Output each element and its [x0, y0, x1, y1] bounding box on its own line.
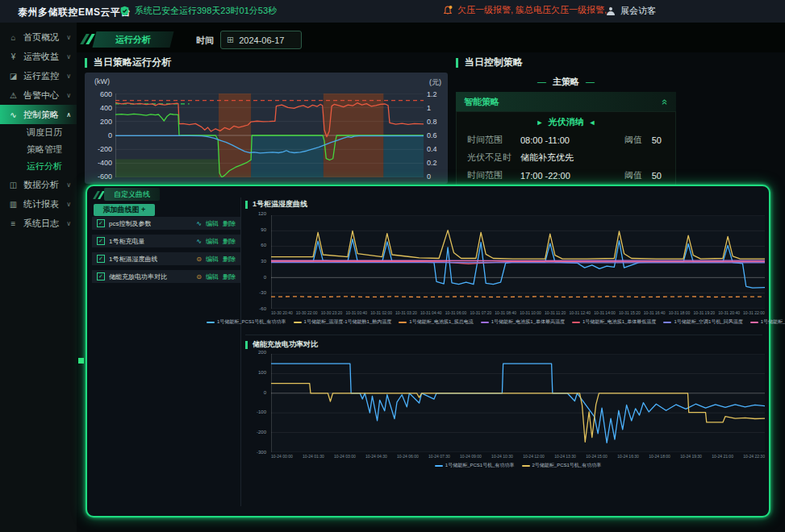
y-tick-label: 0.2: [427, 159, 437, 167]
legend-item[interactable]: 1号储能柜_电池簇1_簇总电流: [399, 318, 473, 326]
user-label: 展会访客: [620, 5, 656, 17]
x-tick-label: 10-31 02:00: [370, 310, 392, 315]
legend-item[interactable]: 2号储能柜_PCS1号机_有功功率: [522, 462, 602, 469]
sidebar-item-告警中心[interactable]: ⚠告警中心∨: [0, 85, 77, 105]
sidebar-item-统计报表[interactable]: ▥统计报表∨: [0, 194, 77, 214]
sidebar-subitem-运行分析[interactable]: 运行分析: [0, 158, 77, 175]
sidebar-item-label: 系统日志: [23, 218, 59, 230]
shield-icon: [119, 6, 130, 16]
y-tick-label: 120: [258, 211, 266, 216]
eye-icon[interactable]: ⊙: [196, 256, 202, 263]
tab-run-analysis[interactable]: 运行分析: [93, 31, 174, 48]
axis-label-kw: (kW): [94, 77, 110, 85]
x-tick-label: 10-30 23:20: [321, 310, 343, 315]
legend-item[interactable]: 1号储能柜_PCS1号机_有功功率: [435, 462, 515, 469]
home-icon: ⌂: [8, 33, 19, 42]
checkbox[interactable]: ✓: [97, 237, 105, 245]
legend-item[interactable]: 1号储能柜_PCS1号机_有功功率: [207, 318, 286, 326]
edit-button[interactable]: 编辑: [206, 255, 219, 264]
smart-strategy-header[interactable]: 智能策略 «: [456, 92, 676, 111]
y-axis-left: 6004002000-200-400-600: [88, 90, 112, 181]
green-dot-marker: [78, 358, 84, 364]
uptime-status: 系统已安全运行398天23时01分53秒: [119, 5, 277, 17]
chevron-down-icon: ∨: [66, 201, 71, 208]
curve-list-item[interactable]: ✓储能充放电功率对比⊙编辑删除: [92, 270, 240, 283]
y-tick-label: -400: [98, 159, 112, 167]
y-tick-label: 60: [261, 243, 266, 247]
title-accent-bar: [456, 58, 458, 68]
y-tick-label: -600: [98, 172, 112, 181]
sidebar-item-label: 运行监控: [23, 70, 59, 82]
legend-item[interactable]: 1号储能柜_电池簇1_单体最高温度: [481, 318, 565, 326]
alarm-ticker[interactable]: 欠压一级报警, 簇总电压欠压一级报警, 簇SO: [442, 4, 611, 16]
x-tick-label: 10-24 07:30: [428, 454, 450, 459]
curve-list-item[interactable]: ✓1号柜温湿度曲线⊙编辑删除: [92, 252, 240, 265]
delete-button[interactable]: 删除: [223, 219, 236, 228]
title-accent-bar: [85, 58, 87, 68]
curve-name: 储能充放电功率对比: [109, 272, 167, 281]
pv-shortage-row: 光伏不足时 储能补充优先: [467, 152, 665, 164]
sidebar-item-首页概况[interactable]: ⌂首页概况∨: [0, 27, 77, 47]
delete-button[interactable]: 删除: [223, 237, 236, 246]
x-tick-label: 10-31 18:00: [669, 310, 691, 315]
wave-icon[interactable]: ∿: [196, 220, 202, 227]
sidebar-item-运行监控[interactable]: ◪运行监控∨: [0, 66, 77, 85]
monitor-icon: ◪: [8, 72, 19, 81]
legend-item[interactable]: 1号储能柜_空调1号机_回风温度: [663, 318, 742, 326]
x-axis: 10-24 00:0010-24 01:3010-24 03:0010-24 0…: [271, 454, 765, 459]
collapse-chevrons-icon[interactable]: «: [659, 98, 671, 104]
user-menu[interactable]: 展会访客: [607, 5, 656, 17]
bell-icon: [442, 5, 453, 16]
eye-icon[interactable]: ⊙: [196, 273, 202, 281]
date-picker[interactable]: ⊞ 2024-06-17: [220, 31, 302, 49]
report-icon: ▥: [8, 200, 19, 209]
x-tick-label: 10-31 15:20: [619, 310, 641, 315]
x-tick-label: 10-30 20:40: [271, 310, 293, 315]
time-range-row: 时间范围 17:00 -22:00 阈值 50: [467, 169, 665, 181]
x-tick-label: 10-24 10:30: [491, 454, 513, 459]
x-tick-label: 10-24 15:00: [586, 454, 608, 459]
add-curve-button[interactable]: 添加曲线图 +: [94, 204, 155, 216]
checkbox[interactable]: ✓: [97, 255, 105, 263]
sidebar-item-数据分析[interactable]: ◫数据分析∨: [0, 175, 77, 194]
plot-area[interactable]: [115, 94, 424, 177]
delete-button[interactable]: 删除: [223, 255, 236, 264]
x-tick-label: 10-24 01:30: [303, 454, 324, 459]
legend-item[interactable]: 1号储能柜_电池簇1_单体最低温度: [572, 318, 656, 326]
edit-button[interactable]: 编辑: [206, 237, 219, 246]
y-tick-label: -60: [259, 306, 266, 311]
x-tick-label: 10-31 03:20: [395, 310, 417, 315]
temp-chart-legend: 1号储能柜_PCS1号机_有功功率1号储能柜_温湿度-1号储能舱1_舱内温度1号…: [271, 318, 765, 326]
x-tick-label: 10-24 19:30: [680, 454, 702, 459]
legend-item[interactable]: 1号储能柜_温湿度-1号储能舱1_舱内温度: [294, 318, 392, 326]
curve-list-item[interactable]: ✓pcs控制及参数∿编辑删除: [92, 217, 240, 230]
edit-button[interactable]: 编辑: [206, 272, 219, 281]
y-tick-label: 0.4: [427, 145, 437, 153]
y-tick-label: -200: [98, 145, 112, 153]
sidebar-item-运营收益[interactable]: ¥运营收益∨: [0, 47, 77, 66]
edit-button[interactable]: 编辑: [206, 219, 219, 228]
checkbox[interactable]: ✓: [97, 272, 105, 281]
y-axis-right: 1.210.80.60.40.20: [427, 90, 445, 181]
sidebar-subitem-策略管理[interactable]: 策略管理: [0, 141, 77, 158]
legend-swatch: [572, 322, 580, 323]
right-arrow-icon: ◄: [589, 118, 596, 127]
time-label: 时间: [196, 35, 214, 47]
y-tick-label: 30: [261, 259, 266, 264]
y-tick-label: -100: [257, 409, 266, 414]
checkbox[interactable]: ✓: [97, 219, 105, 227]
delete-button[interactable]: 删除: [223, 272, 236, 281]
calendar-icon: ⊞: [227, 35, 234, 45]
curve-list-item[interactable]: ✓1号柜充电量∿编辑删除: [92, 235, 240, 247]
pv-mode-line: ►光伏消纳◄: [457, 116, 675, 128]
legend-swatch: [294, 322, 302, 323]
sidebar-item-系统日志[interactable]: ≡系统日志∨: [0, 214, 77, 233]
y-tick-label: -300: [257, 450, 266, 455]
sidebar-item-控制策略[interactable]: ∿控制策略∧: [0, 105, 77, 124]
curve-name: 1号柜温湿度曲线: [109, 255, 157, 264]
y-tick-label: -200: [257, 430, 266, 434]
power-chart-title: 储能充放电功率对比: [245, 339, 318, 350]
wave-icon[interactable]: ∿: [196, 238, 202, 245]
data-analysis-icon: ◫: [8, 181, 19, 189]
sidebar-subitem-调度日历[interactable]: 调度日历: [0, 124, 77, 141]
